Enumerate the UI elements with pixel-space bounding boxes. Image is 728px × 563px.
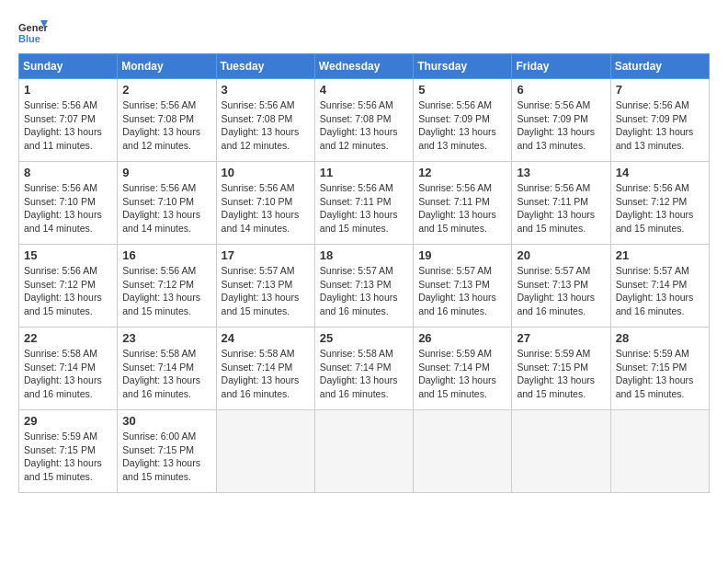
day-cell: 11 Sunrise: 5:56 AM Sunset: 7:11 PM Dayl… (314, 162, 413, 245)
day-number: 6 (517, 83, 605, 97)
page-header: General Blue (18, 18, 710, 44)
day-number: 21 (616, 248, 704, 262)
day-cell: 23 Sunrise: 5:58 AM Sunset: 7:14 PM Dayl… (118, 327, 216, 410)
day-cell: 19 Sunrise: 5:57 AM Sunset: 7:13 PM Dayl… (414, 245, 512, 327)
day-number: 20 (517, 248, 605, 262)
day-info: Sunrise: 5:56 AM Sunset: 7:11 PM Dayligh… (418, 181, 506, 236)
day-number: 8 (24, 166, 112, 179)
calendar-week-row: 22 Sunrise: 5:58 AM Sunset: 7:14 PM Dayl… (19, 327, 710, 410)
calendar-week-row: 15 Sunrise: 5:56 AM Sunset: 7:12 PM Dayl… (19, 245, 710, 327)
day-number: 9 (122, 166, 210, 179)
day-number: 1 (24, 83, 112, 97)
day-info: Sunrise: 5:56 AM Sunset: 7:08 PM Dayligh… (222, 98, 310, 153)
day-info: Sunrise: 5:56 AM Sunset: 7:08 PM Dayligh… (320, 98, 408, 153)
day-number: 5 (418, 83, 506, 97)
weekday-header: Saturday (610, 54, 709, 79)
day-number: 3 (222, 83, 310, 97)
weekday-header: Thursday (414, 54, 512, 79)
day-cell: 3 Sunrise: 5:56 AM Sunset: 7:08 PM Dayli… (216, 79, 314, 162)
day-number: 13 (517, 166, 605, 179)
day-info: Sunrise: 5:59 AM Sunset: 7:15 PM Dayligh… (517, 347, 605, 401)
day-info: Sunrise: 5:56 AM Sunset: 7:12 PM Dayligh… (122, 264, 210, 318)
day-number: 27 (517, 331, 605, 345)
logo-icon: General Blue (18, 18, 48, 44)
day-info: Sunrise: 5:56 AM Sunset: 7:12 PM Dayligh… (24, 264, 112, 318)
day-info: Sunrise: 5:57 AM Sunset: 7:13 PM Dayligh… (418, 264, 506, 318)
day-info: Sunrise: 5:58 AM Sunset: 7:14 PM Dayligh… (320, 347, 408, 401)
svg-text:Blue: Blue (18, 33, 40, 44)
day-info: Sunrise: 5:56 AM Sunset: 7:08 PM Dayligh… (122, 98, 210, 153)
day-cell: 25 Sunrise: 5:58 AM Sunset: 7:14 PM Dayl… (314, 327, 413, 410)
day-number: 28 (616, 331, 704, 345)
day-info: Sunrise: 5:56 AM Sunset: 7:09 PM Dayligh… (616, 98, 704, 153)
day-info: Sunrise: 5:56 AM Sunset: 7:10 PM Dayligh… (24, 181, 112, 236)
day-info: Sunrise: 5:56 AM Sunset: 7:07 PM Dayligh… (24, 98, 112, 153)
day-cell: 6 Sunrise: 5:56 AM Sunset: 7:09 PM Dayli… (512, 79, 610, 162)
day-cell: 14 Sunrise: 5:56 AM Sunset: 7:12 PM Dayl… (610, 162, 709, 245)
day-cell: 20 Sunrise: 5:57 AM Sunset: 7:13 PM Dayl… (512, 245, 610, 327)
calendar-week-row: 8 Sunrise: 5:56 AM Sunset: 7:10 PM Dayli… (19, 162, 710, 245)
day-number: 19 (418, 248, 506, 262)
day-cell: 26 Sunrise: 5:59 AM Sunset: 7:14 PM Dayl… (414, 327, 512, 410)
day-cell: 12 Sunrise: 5:56 AM Sunset: 7:11 PM Dayl… (414, 162, 512, 245)
day-cell: 18 Sunrise: 5:57 AM Sunset: 7:13 PM Dayl… (314, 245, 413, 327)
day-cell: 5 Sunrise: 5:56 AM Sunset: 7:09 PM Dayli… (414, 79, 512, 162)
day-cell: 4 Sunrise: 5:56 AM Sunset: 7:08 PM Dayli… (314, 79, 413, 162)
day-cell: 28 Sunrise: 5:59 AM Sunset: 7:15 PM Dayl… (610, 327, 709, 410)
day-number: 24 (222, 331, 310, 345)
day-cell: 29 Sunrise: 5:59 AM Sunset: 7:15 PM Dayl… (19, 410, 118, 493)
day-info: Sunrise: 6:00 AM Sunset: 7:15 PM Dayligh… (122, 430, 210, 484)
day-info: Sunrise: 5:59 AM Sunset: 7:15 PM Dayligh… (24, 430, 112, 484)
day-number: 11 (320, 166, 408, 179)
weekday-header: Tuesday (216, 54, 314, 79)
calendar-week-row: 1 Sunrise: 5:56 AM Sunset: 7:07 PM Dayli… (19, 79, 710, 162)
day-number: 17 (222, 248, 310, 262)
calendar-week-row: 29 Sunrise: 5:59 AM Sunset: 7:15 PM Dayl… (19, 410, 710, 493)
day-cell: 30 Sunrise: 6:00 AM Sunset: 7:15 PM Dayl… (118, 410, 216, 493)
empty-day-cell (414, 410, 512, 493)
day-info: Sunrise: 5:57 AM Sunset: 7:13 PM Dayligh… (517, 264, 605, 318)
day-info: Sunrise: 5:59 AM Sunset: 7:14 PM Dayligh… (418, 347, 506, 401)
day-info: Sunrise: 5:56 AM Sunset: 7:11 PM Dayligh… (320, 181, 408, 236)
day-cell: 22 Sunrise: 5:58 AM Sunset: 7:14 PM Dayl… (19, 327, 118, 410)
day-info: Sunrise: 5:59 AM Sunset: 7:15 PM Dayligh… (616, 347, 704, 401)
day-cell: 17 Sunrise: 5:57 AM Sunset: 7:13 PM Dayl… (216, 245, 314, 327)
day-number: 16 (122, 248, 210, 262)
day-number: 18 (320, 248, 408, 262)
calendar-header-row: SundayMondayTuesdayWednesdayThursdayFrid… (19, 54, 710, 79)
day-number: 25 (320, 331, 408, 345)
day-number: 14 (616, 166, 704, 179)
day-number: 15 (24, 248, 112, 262)
day-info: Sunrise: 5:56 AM Sunset: 7:11 PM Dayligh… (517, 181, 605, 236)
day-cell: 21 Sunrise: 5:57 AM Sunset: 7:14 PM Dayl… (610, 245, 709, 327)
day-info: Sunrise: 5:57 AM Sunset: 7:13 PM Dayligh… (222, 264, 310, 318)
day-cell: 7 Sunrise: 5:56 AM Sunset: 7:09 PM Dayli… (610, 79, 709, 162)
day-number: 10 (222, 166, 310, 179)
day-number: 2 (122, 83, 210, 97)
day-cell: 15 Sunrise: 5:56 AM Sunset: 7:12 PM Dayl… (19, 245, 118, 327)
day-number: 29 (24, 414, 112, 428)
day-info: Sunrise: 5:58 AM Sunset: 7:14 PM Dayligh… (122, 347, 210, 401)
weekday-header: Wednesday (314, 54, 413, 79)
day-info: Sunrise: 5:56 AM Sunset: 7:10 PM Dayligh… (222, 181, 310, 236)
day-cell: 16 Sunrise: 5:56 AM Sunset: 7:12 PM Dayl… (118, 245, 216, 327)
day-info: Sunrise: 5:56 AM Sunset: 7:10 PM Dayligh… (122, 181, 210, 236)
day-cell: 1 Sunrise: 5:56 AM Sunset: 7:07 PM Dayli… (19, 79, 118, 162)
day-cell: 2 Sunrise: 5:56 AM Sunset: 7:08 PM Dayli… (118, 79, 216, 162)
weekday-header: Monday (118, 54, 216, 79)
weekday-header: Friday (512, 54, 610, 79)
day-cell: 24 Sunrise: 5:58 AM Sunset: 7:14 PM Dayl… (216, 327, 314, 410)
day-cell: 9 Sunrise: 5:56 AM Sunset: 7:10 PM Dayli… (118, 162, 216, 245)
day-cell: 10 Sunrise: 5:56 AM Sunset: 7:10 PM Dayl… (216, 162, 314, 245)
day-number: 4 (320, 83, 408, 97)
day-number: 7 (616, 83, 704, 97)
day-number: 30 (122, 414, 210, 428)
empty-day-cell (216, 410, 314, 493)
calendar-table: SundayMondayTuesdayWednesdayThursdayFrid… (18, 53, 710, 493)
day-info: Sunrise: 5:58 AM Sunset: 7:14 PM Dayligh… (24, 347, 112, 401)
day-info: Sunrise: 5:56 AM Sunset: 7:09 PM Dayligh… (418, 98, 506, 153)
day-cell: 27 Sunrise: 5:59 AM Sunset: 7:15 PM Dayl… (512, 327, 610, 410)
empty-day-cell (512, 410, 610, 493)
day-cell: 8 Sunrise: 5:56 AM Sunset: 7:10 PM Dayli… (19, 162, 118, 245)
day-number: 22 (24, 331, 112, 345)
